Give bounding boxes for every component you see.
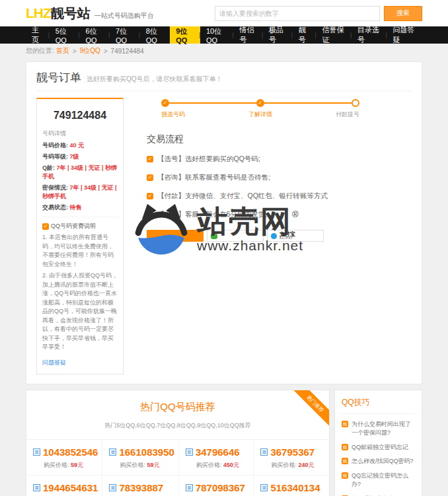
nav-item-faq[interactable]: 问题答疑 xyxy=(387,26,422,44)
cat-logo-icon xyxy=(131,201,192,258)
check-icon: ✓ xyxy=(42,223,49,230)
number-list-icon: ≣ xyxy=(186,448,193,456)
hot-number-link[interactable]: ≣1944654631 xyxy=(33,482,98,493)
breadcrumb-current: 749124484 xyxy=(111,48,144,55)
order-subtitle: 选好所要购买QQ号后，请尽快联系客服下单！ xyxy=(87,75,223,84)
nav-item-credit[interactable]: 信誉保证 xyxy=(316,26,352,44)
hot-title: 热门QQ号码推荐 xyxy=(33,401,322,413)
hot-number-link[interactable]: ≣34796646 xyxy=(186,446,250,458)
step-done-icon: ✓ xyxy=(256,99,264,107)
nav-item-5qq[interactable]: 5位QQ xyxy=(50,26,80,44)
main-nav: 主页 5位QQ 6位QQ 7位QQ 8位QQ 9位QQ 10位QQ 情侣号 极品… xyxy=(0,26,448,44)
tip-badge-icon: 靓 xyxy=(342,444,348,450)
step-label-pay: 付款提号 xyxy=(336,110,359,119)
nav-item-couple[interactable]: 情侣号 xyxy=(233,26,263,44)
page: LHZ 靓号站 一站式号码选购平台 搜索 主页 5位QQ 6位QQ 7位QQ 8… xyxy=(0,0,448,496)
process-item-consult: ✓ 【咨询】联系客服查看号码是否待售; xyxy=(147,173,412,182)
breadcrumb-prefix: 您的位置: xyxy=(26,46,54,55)
hot-number-cell: ≣34796646 购买价格: 450元 xyxy=(179,440,254,476)
nav-item-6qq[interactable]: 6位QQ xyxy=(79,26,110,44)
step-label-detail: 了解详情 xyxy=(248,110,272,119)
fee-note-title: QQ号码资费说明 xyxy=(51,222,96,230)
tip-link[interactable]: 靓怎么样改/找回QQ密码? xyxy=(342,457,415,466)
hot-subtitle: 热门5位QQ,6位QQ,7位QQ,8位QQ,9位QQ,10位QQ推荐 xyxy=(33,421,322,430)
nav-item-8qq[interactable]: 8位QQ xyxy=(140,26,170,44)
nav-item-home[interactable]: 主页 xyxy=(26,26,50,44)
number-list-icon: ≣ xyxy=(33,448,40,456)
hot-number-cell: ≣36795367 购买价格: 240元 xyxy=(254,440,329,476)
number-detail-panel: 749124484 号码详情 号码价格: 40 元 号码等级: 7级 Q龄: 7… xyxy=(36,98,124,374)
hot-number-link[interactable]: ≣1661083950 xyxy=(109,446,174,458)
tip-link[interactable]: 靓QQ邮箱独立密码忘记 xyxy=(342,443,415,452)
number-list-icon: ≣ xyxy=(109,448,116,456)
tip-link[interactable]: 靓QQ忘记独立密码怎么办? xyxy=(342,472,415,489)
logo-name: 靓号站 xyxy=(51,5,91,22)
progress-steps: ✓ ✓ 挑选号码 了解详情 付款提号 xyxy=(161,99,359,119)
check-icon: ✓ xyxy=(147,174,153,181)
hot-number-cell: ≣787098367 购买价格: 21元 xyxy=(179,476,254,496)
number-list-icon: ≣ xyxy=(33,484,40,491)
zhankr-watermark: 站壳网® www.zhankr.net xyxy=(131,201,322,258)
nav-item-pretty[interactable]: 靓号 xyxy=(293,26,317,44)
tip-badge-icon: 靓 xyxy=(342,421,348,427)
check-icon: ✓ xyxy=(147,156,153,162)
step-todo-icon xyxy=(352,99,359,107)
logo-lhz: LHZ xyxy=(26,5,51,21)
hot-number-link[interactable]: ≣787098367 xyxy=(186,482,250,493)
breadcrumb-category-link[interactable]: 9位QQ xyxy=(80,46,100,55)
step-connector xyxy=(264,102,352,104)
fee-note-2: 2. 由于很多人投资QQ号码，加上腾讯的股票市值不断上涨，QQ号码的价格也一直水… xyxy=(42,271,118,352)
tip-badge-icon: 靓 xyxy=(342,458,348,464)
detail-qage: Q龄: 7年 | 34级 | 无证 | 秒绑手机 xyxy=(42,164,118,181)
detail-price: 号码价格: 40 元 xyxy=(42,141,118,150)
step-connector xyxy=(169,102,256,104)
hot-number-grid: ≣1043852546 购买价格: 59元 ≣1661083950 购买价格: … xyxy=(26,440,329,496)
detail-security: 密保情况: 7年 | 34级 | 无证 | 秒绑手机 xyxy=(42,184,118,201)
site-logo[interactable]: LHZ 靓号站 一站式号码选购平台 xyxy=(26,5,154,22)
order-title: 靓号订单 xyxy=(36,70,81,85)
nav-item-catalog[interactable]: 目录选号 xyxy=(352,26,387,44)
nav-item-premium[interactable]: 极品号 xyxy=(263,26,293,44)
process-item-select: ✓ 【选号】选好想要购买的QQ号码; xyxy=(147,155,412,164)
registered-mark: ® xyxy=(292,209,299,219)
hot-number-link[interactable]: ≣36795367 xyxy=(260,446,325,458)
process-item-pay: ✓ 【付款】支持微信、支付宝、QQ红包、银行转账等方式 xyxy=(147,192,412,201)
number-list-icon: ≣ xyxy=(109,484,116,491)
hot-number-cell: ≣1944654631 购买价格: 23元 xyxy=(26,476,102,496)
fee-note-1: 1. 本店售出的所有普通号码，均可以终生免费使用，不需要任何费用！所有号码包安全… xyxy=(42,233,118,269)
nav-item-9qq-active[interactable]: 9位QQ xyxy=(170,26,200,44)
search-input[interactable] xyxy=(215,6,380,21)
number-list-icon: ≣ xyxy=(260,448,268,456)
check-icon: ✓ xyxy=(147,193,153,199)
hot-number-link[interactable]: ≣516340134 xyxy=(260,482,325,493)
hot-number-cell: ≣516340134 购买价格: 1125元 xyxy=(254,476,329,496)
detail-level: 号码等级: 7级 xyxy=(42,153,118,161)
hot-number-cell: ≣1043852546 购买价格: 59元 xyxy=(26,440,102,476)
detail-status: 交易状态: 待售 xyxy=(42,203,118,212)
fee-note: ✓ QQ号码资费说明 1. 本店售出的所有普通号码，均可以终生免费使用，不需要任… xyxy=(42,217,118,367)
search-box: 搜索 xyxy=(215,6,422,21)
hot-recommend-card: 热门推荐 热门QQ号码推荐 热门5位QQ,6位QQ,7位QQ,8位QQ,9位QQ… xyxy=(26,390,330,496)
nav-item-10qq[interactable]: 10位QQ xyxy=(200,26,234,44)
tip-badge-icon: 靓 xyxy=(342,472,348,479)
search-button[interactable]: 搜索 xyxy=(384,6,422,21)
qq-tips-card: QQ技巧 靓为什么交易时间出现了一个密保问题? 靓QQ邮箱独立密码忘记 靓怎么样… xyxy=(334,390,422,496)
nav-item-7qq[interactable]: 7位QQ xyxy=(110,26,140,44)
process-title: 交易流程 xyxy=(147,133,412,145)
hot-number-link[interactable]: ≣78393887 xyxy=(109,482,174,493)
logo-tagline: 一站式号码选购平台 xyxy=(94,11,154,20)
details-heading: 号码详情 xyxy=(42,129,118,138)
number-list-icon: ≣ xyxy=(186,484,193,491)
faq-link[interactable]: 问题答疑 xyxy=(42,359,66,367)
qq-number: 749124484 xyxy=(42,110,118,122)
step-label-pick: 挑选号码 xyxy=(161,110,185,119)
tip-link[interactable]: 靓为什么交易时间出现了一个密保问题? xyxy=(342,420,415,438)
step-done-icon: ✓ xyxy=(161,99,169,107)
hot-number-cell: ≣78393887 购买价格: 138元 xyxy=(102,476,178,496)
top-header: LHZ 靓号站 一站式号码选购平台 搜索 xyxy=(0,0,448,26)
number-list-icon: ≣ xyxy=(260,484,268,491)
breadcrumb-home-link[interactable]: 首页 xyxy=(56,46,69,55)
tips-title: QQ技巧 xyxy=(342,397,415,414)
watermark-url: www.zhankr.net xyxy=(197,238,303,254)
hot-number-link[interactable]: ≣1043852546 xyxy=(33,446,98,458)
